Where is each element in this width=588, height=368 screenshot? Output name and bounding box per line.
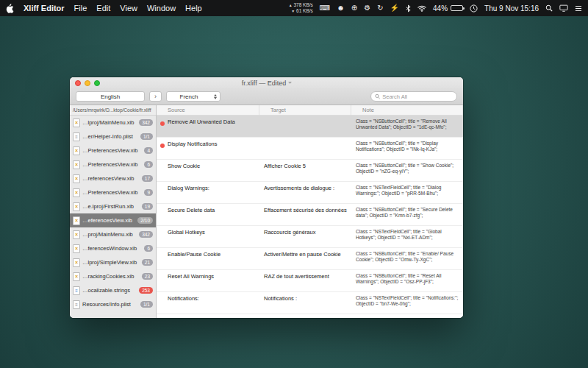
zoom-button[interactable] [94,80,100,86]
sidebar-file-item[interactable]: × …proj/MainMenu.xib 342 [70,227,156,241]
sidebar-file-item[interactable]: × …eferencesView.xib 2/10 [70,213,156,227]
close-button[interactable] [75,80,81,86]
source-cell: Secure Delete data [157,204,259,225]
sync-icon[interactable]: ↻ [377,4,383,12]
target-cell[interactable]: Afficher Cookie 5 [259,160,351,181]
sidebar-count-badge: 23 [142,273,153,280]
sidebar-file-item[interactable]: × …lproj/SimpleView.xib 21 [70,255,156,269]
table-row[interactable]: Display Notifications Class = "NSButtonC… [157,138,463,160]
untranslated-dot-icon [160,121,165,126]
menu-view[interactable]: View [120,4,137,13]
battery-indicator[interactable]: 44% [433,4,463,13]
keyboard-icon[interactable]: ⌨ [320,4,330,12]
bolt-icon[interactable]: ⚡ [390,4,399,12]
sidebar-file-item[interactable]: × …PreferencesView.xib 9 [70,185,156,199]
target-cell[interactable]: RAZ de tout avertissement [259,270,351,291]
table-row[interactable]: Dialog Warnings: Avertissements de dialo… [157,182,463,204]
titlebar[interactable]: fr.xliff — Edited [70,77,463,88]
sidebar-count-badge: 6 [144,245,153,252]
target-cell[interactable] [259,138,351,159]
note-cell: Class = "NSButtonCell"; title = "Display… [351,138,463,159]
xib-file-icon: × [73,118,80,127]
sidebar-file-item[interactable]: × …rackingCookies.xib 23 [70,269,156,283]
sidebar-file-label: …rackingCookies.xib [82,273,140,280]
table-row[interactable]: Remove All Unwanted Data Class = "NSButt… [157,116,463,138]
network-throughput-indicator[interactable]: ▲ 378 KB/s ▼ 61 KB/s [289,2,313,14]
sidebar-file-label: …ocalizable.strings [82,287,137,294]
source-cell: Enable/Pause Cookie [157,248,259,269]
target-cell[interactable]: Activer/Mettre en pause Cookie [259,248,351,269]
target-cell[interactable]: Avertissements de dialogue : [259,182,351,203]
target-cell[interactable]: Raccourcis généraux [259,226,351,247]
sidebar-file-label: Resources/Info.plist [82,301,138,308]
spotlight-icon[interactable] [545,4,553,12]
column-header-target[interactable]: Target [259,105,351,115]
clock-icon[interactable] [470,4,478,13]
apple-menu-icon[interactable] [6,4,14,13]
app-window: fr.xliff — Edited English › French /User… [70,77,463,318]
column-header-note[interactable]: Note [351,105,463,115]
desktop-wallpaper[interactable]: Xliff Editor FileEditViewWindowHelp ▲ 37… [0,0,588,368]
bluetooth-icon[interactable] [406,4,411,13]
note-cell: Class = "NSButtonCell"; title = "Reset A… [351,270,463,291]
sidebar-file-label: …e.lproj/FirstRun.xib [82,203,140,210]
minimize-button[interactable] [85,80,90,86]
sidebar-file-item[interactable]: ≡ …ocalizable.strings 253 [70,283,156,297]
source-cell: Global Hotkeys [157,226,259,247]
sidebar-file-item[interactable]: × …PreferencesView.xib 6 [70,158,156,171]
source-cell: Notifications: [157,292,259,314]
search-input[interactable] [382,93,453,100]
source-cell: Reset All Warnings [157,270,259,291]
source-cell: Remove All Unwanted Data [157,116,259,137]
table-row[interactable]: Global Hotkeys Raccourcis généraux Class… [157,226,463,248]
source-language-button[interactable]: English [76,91,145,102]
table-row[interactable]: Reset All Warnings RAZ de tout avertisse… [157,270,463,292]
source-cell: Display Notifications [157,138,259,159]
menu-window[interactable]: Window [147,4,176,13]
table-row[interactable]: Secure Delete data Effacement sécurisé d… [157,204,463,226]
wifi-icon[interactable] [417,5,426,12]
sidebar-file-item[interactable]: × …ferencesWindow.xib 6 [70,241,156,255]
sidebar-file-item[interactable]: × …PreferencesView.xib 4 [70,144,156,158]
menu-help[interactable]: Help [185,4,202,13]
sidebar-file-item[interactable]: ≡ …er/Helper-Info.plist 1/1 [70,130,156,144]
xib-file-icon: × [73,272,80,281]
app-menu-title[interactable]: Xliff Editor [24,4,65,13]
notification-center-icon[interactable] [575,5,582,12]
target-cell[interactable] [259,116,351,137]
table-row[interactable]: Notifications: Notifications : Class = "… [157,292,463,314]
translation-table: SourceTargetNote Remove All Unwanted Dat… [157,105,463,318]
sidebar-count-badge: 6 [144,161,153,168]
display-icon[interactable] [559,4,568,12]
table-row[interactable]: Enable/Pause Cookie Activer/Mettre en pa… [157,248,463,270]
target-cell[interactable]: Notifications : [259,292,351,314]
next-arrow-button[interactable]: › [149,91,162,102]
globe-icon[interactable]: ⊕ [351,4,357,12]
battery-icon [451,5,463,11]
sidebar-count-badge: 342 [139,119,153,126]
sidebar-file-item[interactable]: × …e.lproj/FirstRun.xib 19 [70,199,156,213]
table-row[interactable]: Show Cookie Afficher Cookie 5 Class = "N… [157,160,463,182]
search-field[interactable] [370,91,457,102]
xib-file-icon: × [73,258,80,267]
column-header-source[interactable]: Source [157,105,259,115]
user-icon[interactable]: ☻ [337,4,345,12]
sidebar-count-badge: 2/10 [137,217,153,224]
sidebar-file-item[interactable]: × …lproj/MainMenu.xib 342 [70,116,156,130]
target-language-popup[interactable]: French [166,91,220,102]
sidebar: /Users/mrqwirk/D...ktop/Cookie/fr.xliff … [70,105,157,318]
menu-file[interactable]: File [74,4,87,13]
note-cell: Class = "NSButtonCell"; title = "Secure … [351,204,463,225]
menubar-status-icons: ⌨☻⊕⚙↻⚡ [320,4,426,13]
gear-icon[interactable]: ⚙ [364,4,370,12]
menubar-clock[interactable]: Thu 9 Nov 15:16 [484,4,539,13]
sidebar-file-item[interactable]: ≡ Resources/Info.plist 1/1 [70,297,156,311]
battery-percent-label: 44% [433,4,448,13]
proxy-chevron-icon[interactable] [289,80,292,83]
menu-edit[interactable]: Edit [96,4,110,13]
sidebar-file-item[interactable]: × …referencesView.xib 17 [70,171,156,185]
sidebar-file-label: …ferencesWindow.xib [82,245,142,252]
sidebar-file-label: …er/Helper-Info.plist [82,133,138,140]
xib-file-icon: × [73,244,80,253]
target-cell[interactable]: Effacement sécurisé des données [259,204,351,225]
